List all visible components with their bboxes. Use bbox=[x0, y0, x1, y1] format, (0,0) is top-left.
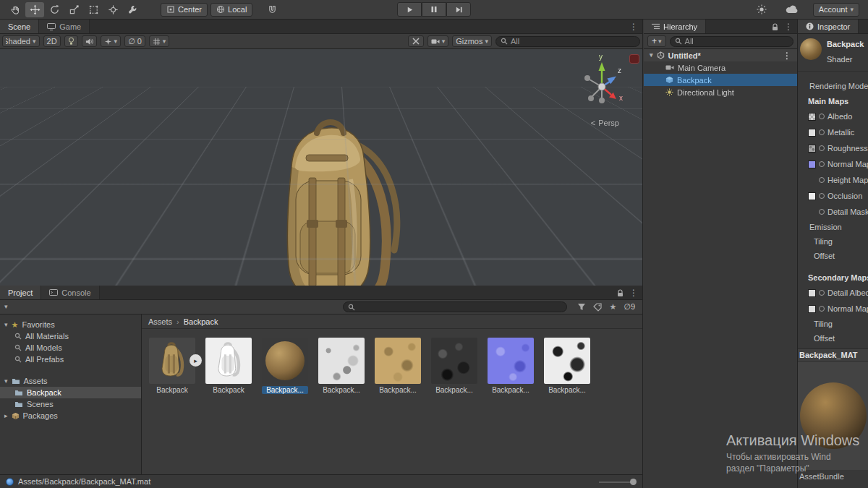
scene-tools-button[interactable] bbox=[408, 35, 424, 47]
chevron-right-icon[interactable]: ▸ bbox=[4, 413, 8, 419]
metallic-slot[interactable]: Metallic bbox=[798, 124, 868, 140]
slider-thumb[interactable] bbox=[630, 479, 637, 485]
hierarchy-search-input[interactable]: All bbox=[670, 36, 793, 47]
detail-mask-slot[interactable]: Detail Mask bbox=[798, 204, 868, 220]
tiling-field[interactable]: Tiling bbox=[798, 234, 868, 249]
sidebar-packages-root[interactable]: ▸Packages bbox=[0, 410, 141, 421]
material-preview-panel[interactable] bbox=[798, 361, 868, 470]
texture-slot-icon[interactable] bbox=[819, 129, 825, 135]
breadcrumb-root[interactable]: Assets bbox=[148, 317, 172, 326]
project-search-input[interactable] bbox=[343, 301, 567, 312]
gizmos-dropdown[interactable]: Gizmos▾ bbox=[452, 35, 492, 47]
cloud-services-button[interactable] bbox=[783, 2, 801, 17]
scene-search-input[interactable]: All bbox=[495, 36, 640, 47]
hierarchy-item-directional-light[interactable]: Directional Light bbox=[644, 86, 797, 98]
chevron-down-icon[interactable]: ▾ bbox=[4, 378, 8, 385]
metallic-swatch[interactable] bbox=[808, 129, 816, 137]
secondary-offset-field[interactable]: Offset bbox=[798, 331, 868, 346]
texture-slot-icon[interactable] bbox=[819, 306, 825, 312]
normal-map-slot[interactable]: Normal Map bbox=[798, 156, 868, 172]
chevron-down-icon[interactable]: ▾ bbox=[4, 322, 8, 328]
hierarchy-scene-row[interactable]: ▾ Untitled* ⋮ bbox=[644, 49, 797, 61]
asset-item-backpack-model[interactable]: ▸ Backpack bbox=[149, 338, 195, 394]
chevron-down-icon[interactable]: ▾ bbox=[650, 52, 653, 59]
rendering-mode-dropdown[interactable]: Rendering Mode bbox=[798, 79, 868, 93]
move-tool-button[interactable] bbox=[25, 2, 44, 17]
secondary-tiling-field[interactable]: Tiling bbox=[798, 317, 868, 331]
offset-field[interactable]: Offset bbox=[798, 249, 868, 263]
slider-track[interactable] bbox=[599, 481, 631, 483]
axis-x-label[interactable]: x bbox=[619, 94, 623, 102]
lock-icon[interactable] bbox=[617, 289, 624, 297]
height-map-slot[interactable]: Height Map bbox=[798, 172, 868, 188]
normal-map-swatch[interactable] bbox=[808, 160, 816, 168]
asset-item-texture-albedo[interactable]: Backpack... bbox=[375, 338, 421, 394]
asset-thumbnail[interactable] bbox=[262, 338, 308, 384]
panel-menu-icon[interactable]: ⋮ bbox=[629, 288, 638, 297]
sidebar-item-all-prefabs[interactable]: All Prefabs bbox=[0, 354, 141, 365]
rotate-tool-button[interactable] bbox=[45, 2, 64, 17]
breadcrumb-current[interactable]: Backpack bbox=[184, 317, 218, 326]
sidebar-assets-root[interactable]: ▾Assets bbox=[0, 375, 141, 387]
detail-albedo-swatch[interactable] bbox=[808, 289, 816, 297]
background-tasks-button[interactable] bbox=[752, 2, 771, 17]
hierarchy-item-backpack[interactable]: Backpack bbox=[644, 74, 797, 86]
gizmo-lock-icon[interactable] bbox=[629, 54, 639, 64]
backpack-3d-model[interactable] bbox=[242, 113, 412, 286]
scene-viewport[interactable]: y z x <Persp bbox=[0, 49, 642, 286]
pivot-local-button[interactable]: Local bbox=[210, 3, 252, 17]
texture-slot-icon[interactable] bbox=[819, 290, 825, 296]
2d-toggle[interactable]: 2D bbox=[43, 35, 61, 47]
account-dropdown[interactable]: Account▾ bbox=[813, 3, 859, 17]
pause-button[interactable] bbox=[422, 2, 446, 17]
grid-settings-dropdown[interactable]: ▾ bbox=[149, 35, 170, 47]
asset-item-texture-metallic[interactable]: Backpack... bbox=[431, 338, 477, 394]
asset-thumbnail[interactable] bbox=[318, 338, 365, 384]
favorites-star-icon[interactable]: ★ bbox=[609, 302, 616, 312]
tab-inspector[interactable]: Inspector bbox=[798, 20, 859, 33]
scene-menu-icon[interactable]: ⋮ bbox=[783, 51, 791, 60]
lock-icon[interactable] bbox=[772, 23, 778, 31]
scene-visibility-toggle[interactable]: ∅0 bbox=[124, 35, 145, 47]
asset-thumbnail[interactable] bbox=[205, 338, 252, 384]
pivot-center-button[interactable]: Center bbox=[161, 3, 208, 17]
roughness-slot[interactable]: Roughness bbox=[798, 140, 868, 156]
texture-slot-icon[interactable] bbox=[819, 145, 825, 151]
texture-slot-icon[interactable] bbox=[819, 193, 825, 199]
play-button[interactable] bbox=[397, 2, 422, 17]
texture-slot-icon[interactable] bbox=[819, 161, 825, 167]
orientation-gizmo[interactable]: y z x bbox=[574, 56, 629, 111]
panel-menu-icon[interactable]: ⋮ bbox=[784, 22, 793, 31]
effects-dropdown[interactable]: ▾ bbox=[101, 35, 122, 47]
projection-toggle[interactable]: <Persp bbox=[591, 119, 619, 127]
scene-lighting-toggle[interactable] bbox=[64, 35, 78, 47]
detail-albedo-slot[interactable]: Detail Albedo bbox=[798, 285, 868, 301]
emission-toggle[interactable]: Emission bbox=[798, 220, 868, 234]
asset-item-backpack-material[interactable]: Backpack... bbox=[262, 338, 308, 394]
asset-item-backpack-fbx[interactable]: Backpack bbox=[205, 338, 252, 394]
secondary-normal-swatch[interactable] bbox=[808, 305, 816, 313]
tab-game[interactable]: Game bbox=[39, 20, 90, 33]
sidebar-item-all-models[interactable]: All Models bbox=[0, 342, 141, 354]
sidebar-item-all-materials[interactable]: All Materials bbox=[0, 330, 141, 342]
axis-y-label[interactable]: y bbox=[599, 53, 603, 61]
create-menu-dropdown[interactable]: ▾ bbox=[4, 304, 8, 310]
axis-z-label[interactable]: z bbox=[618, 67, 621, 74]
transform-tool-button[interactable] bbox=[103, 2, 122, 17]
assetbundle-bar[interactable]: AssetBundle bbox=[798, 470, 868, 483]
filter-icon[interactable] bbox=[577, 303, 586, 311]
tab-hierarchy[interactable]: Hierarchy bbox=[644, 20, 706, 33]
rect-tool-button[interactable] bbox=[84, 2, 103, 17]
sidebar-folder-backpack[interactable]: Backpack bbox=[0, 387, 141, 398]
hierarchy-item-main-camera[interactable]: Main Camera bbox=[644, 61, 797, 74]
asset-item-texture-normal[interactable]: Backpack... bbox=[488, 338, 534, 394]
secondary-normal-slot[interactable]: Normal Map bbox=[798, 301, 868, 317]
hand-tool-button[interactable] bbox=[6, 2, 25, 17]
roughness-swatch[interactable] bbox=[808, 145, 816, 153]
snap-settings-button[interactable] bbox=[263, 2, 281, 17]
asset-item-texture-roughness[interactable]: Backpack... bbox=[544, 338, 590, 394]
favorites-section[interactable]: ▾★Favorites bbox=[0, 319, 141, 330]
asset-thumbnail[interactable] bbox=[149, 338, 195, 384]
thumbnail-size-slider[interactable] bbox=[599, 478, 637, 485]
asset-thumbnail[interactable] bbox=[431, 338, 477, 384]
